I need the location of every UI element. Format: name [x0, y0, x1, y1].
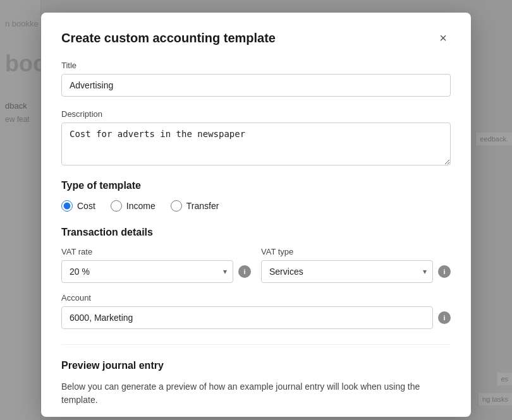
vat-type-field: Services Goods Exempt ▾ i: [261, 260, 451, 283]
vat-row: VAT rate 20 % 5 % 0 % ▾ i: [61, 247, 451, 283]
account-label: Account: [61, 293, 451, 303]
vat-type-info-icon[interactable]: i: [438, 265, 451, 278]
vat-type-label: VAT type: [261, 247, 451, 256]
radio-transfer[interactable]: [171, 200, 182, 212]
transaction-title: Transaction details: [61, 227, 451, 238]
radio-cost-label[interactable]: Cost: [61, 200, 95, 212]
transaction-section: Transaction details VAT rate 20 % 5 % 0 …: [61, 227, 451, 329]
account-group: Account i: [61, 293, 451, 329]
radio-cost[interactable]: [61, 200, 73, 212]
modal-overlay: Create custom accounting template × Titl…: [0, 0, 512, 420]
description-group: Description Cost for adverts in the news…: [61, 109, 451, 167]
account-info-icon[interactable]: i: [438, 311, 451, 324]
vat-rate-select[interactable]: 20 % 5 % 0 %: [61, 260, 233, 283]
vat-rate-col: VAT rate 20 % 5 % 0 % ▾ i: [61, 247, 251, 283]
vat-rate-select-wrap: 20 % 5 % 0 % ▾: [61, 260, 233, 283]
vat-type-select[interactable]: Services Goods Exempt: [261, 260, 433, 283]
close-button[interactable]: ×: [436, 30, 451, 45]
vat-type-col: VAT type Services Goods Exempt ▾ i: [261, 247, 451, 283]
preview-section: Preview journal entry Below you can gene…: [61, 344, 451, 407]
vat-rate-field: 20 % 5 % 0 % ▾ i: [61, 260, 251, 283]
modal-header: Create custom accounting template ×: [61, 30, 451, 45]
account-input[interactable]: [61, 306, 433, 329]
description-label: Description: [61, 109, 451, 119]
radio-income[interactable]: [111, 200, 122, 212]
radio-cost-text: Cost: [77, 201, 95, 211]
description-input[interactable]: Cost for adverts in the newspaper: [61, 123, 451, 165]
radio-group: Cost Income Transfer: [61, 200, 451, 212]
modal-dialog: Create custom accounting template × Titl…: [41, 13, 471, 417]
vat-rate-info-icon[interactable]: i: [238, 265, 251, 278]
radio-income-label[interactable]: Income: [111, 200, 155, 212]
modal-title: Create custom accounting template: [61, 31, 276, 45]
preview-description: Below you can generate a preview of how …: [61, 380, 451, 407]
vat-type-select-wrap: Services Goods Exempt ▾: [261, 260, 433, 283]
title-input[interactable]: [61, 74, 451, 97]
template-type-group: Type of template Cost Income Transfer: [61, 180, 451, 212]
radio-transfer-label[interactable]: Transfer: [171, 200, 219, 212]
radio-transfer-text: Transfer: [186, 201, 219, 211]
template-type-title: Type of template: [61, 180, 451, 191]
title-label: Title: [61, 61, 451, 70]
title-group: Title: [61, 61, 451, 97]
vat-rate-label: VAT rate: [61, 247, 251, 256]
account-row: i: [61, 306, 451, 329]
radio-income-text: Income: [126, 201, 155, 211]
preview-title: Preview journal entry: [61, 360, 451, 371]
